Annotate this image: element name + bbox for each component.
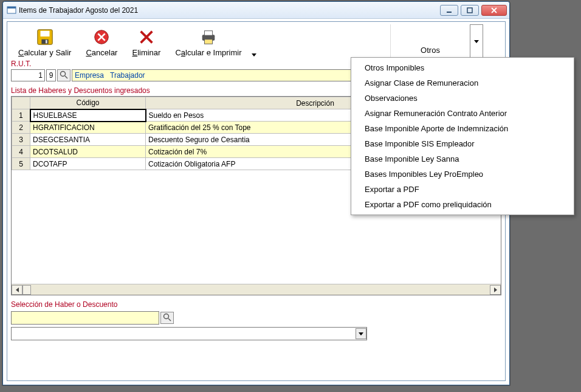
caret-down-icon [252, 53, 256, 57]
caret-down-icon [359, 332, 363, 335]
minimize-button[interactable] [440, 5, 458, 16]
rut-trabajador: Trabajador [110, 71, 145, 80]
scroll-left-button[interactable] [12, 285, 22, 295]
otros-dropdown-button[interactable] [470, 24, 483, 58]
rut-search-button[interactable] [57, 69, 70, 81]
print-icon [199, 28, 218, 48]
toolbar: Calcular y Salir Cancelar Eliminar Calcu… [7, 22, 505, 60]
triangle-left-icon [16, 287, 19, 292]
col-codigo-header[interactable]: Código [30, 97, 146, 109]
grid-hscrollbar[interactable] [12, 284, 501, 295]
otros-button[interactable]: Otros [391, 43, 470, 58]
svg-rect-10 [204, 30, 212, 35]
rut-empresa: Empresa [75, 71, 104, 80]
scroll-right-button[interactable] [490, 285, 501, 295]
eliminar-button[interactable]: Eliminar [125, 26, 168, 58]
seleccion-search-button[interactable] [160, 312, 174, 324]
app-icon [7, 5, 16, 15]
menu-item[interactable]: Observaciones [351, 91, 574, 106]
svg-rect-3 [467, 8, 472, 13]
menu-item[interactable]: Otros Imponibles [351, 60, 574, 75]
svg-rect-2 [447, 12, 452, 13]
cancel-icon [92, 28, 111, 48]
maximize-button[interactable] [461, 5, 479, 16]
svg-rect-5 [40, 30, 49, 36]
menu-item[interactable]: Bases Imponibles Ley ProEmpleo [351, 167, 574, 182]
delete-icon [137, 28, 156, 48]
search-icon [163, 313, 171, 323]
seleccion-combo[interactable] [11, 327, 367, 340]
menu-item[interactable]: Base Imponible SIS Empleador [351, 136, 574, 151]
window-title: Items de Trabajador Agosto del 2021 [19, 6, 440, 15]
calc-imprimir-dropdown[interactable] [252, 50, 256, 58]
triangle-right-icon [494, 287, 497, 292]
calc-imprimir-button[interactable]: Calcular e Imprimir [168, 26, 249, 58]
combo-dropdown-button[interactable] [356, 328, 366, 339]
caret-down-icon [474, 40, 479, 43]
menu-item[interactable]: Base Imponible Aporte de Indemnización [351, 121, 574, 136]
scroll-thumb[interactable] [22, 285, 31, 295]
rut-number-input[interactable] [11, 69, 45, 81]
menu-item[interactable]: Exportar a PDF [351, 182, 574, 197]
scroll-track[interactable] [31, 285, 490, 295]
svg-rect-1 [7, 7, 16, 9]
menu-item[interactable]: Asignar Remuneración Contrato Anterior [351, 106, 574, 121]
seleccion-input[interactable] [11, 311, 159, 325]
grid-corner[interactable] [12, 97, 30, 109]
svg-point-12 [61, 71, 66, 76]
menu-item[interactable]: Asignar Clase de Remuneracion [351, 75, 574, 91]
svg-point-14 [164, 314, 169, 318]
otros-menu: Otros Imponibles Asignar Clase de Remune… [351, 57, 574, 215]
cancelar-button[interactable]: Cancelar [78, 26, 125, 58]
svg-rect-6 [41, 39, 48, 44]
menu-item[interactable]: Base Imponible Ley Sanna [351, 151, 574, 167]
svg-line-15 [168, 318, 171, 321]
rut-dv-input[interactable] [46, 69, 56, 81]
search-icon [60, 70, 68, 81]
menu-item[interactable]: Exportar a PDF como preliquidación [351, 197, 574, 212]
svg-rect-11 [204, 39, 212, 44]
titlebar: Items de Trabajador Agosto del 2021 [3, 2, 509, 19]
calc-salir-button[interactable]: Calcular y Salir [11, 26, 78, 58]
save-icon [36, 28, 54, 48]
svg-line-13 [65, 76, 67, 78]
svg-rect-7 [46, 40, 47, 43]
close-button[interactable] [481, 5, 507, 16]
seleccion-label: Selección de Haber o Descuento [7, 295, 505, 310]
rut-label: R.U.T. [11, 60, 84, 68]
